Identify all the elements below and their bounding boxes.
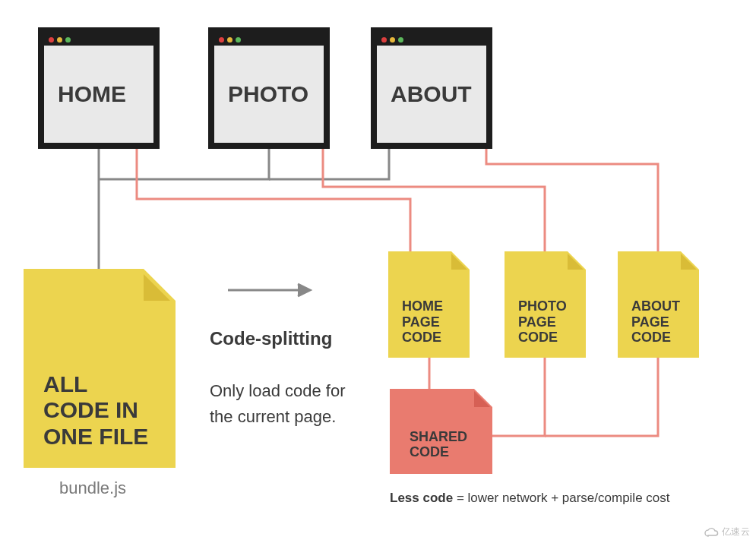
bundle-file-label: ALL CODE IN ONE FILE bbox=[43, 371, 148, 450]
window-max-icon bbox=[398, 37, 403, 43]
window-max-icon bbox=[236, 37, 241, 43]
window-close-icon bbox=[49, 37, 54, 43]
photo-page-code-file: PHOTO PAGE CODE bbox=[505, 251, 586, 358]
file-earcut-icon bbox=[681, 251, 699, 270]
file-label: ABOUT PAGE CODE bbox=[631, 298, 680, 346]
watermark-text: 亿速云 bbox=[722, 526, 751, 538]
bundle-filename: bundle.js bbox=[59, 478, 126, 498]
file-earcut-icon bbox=[474, 389, 492, 407]
file-earcut-icon bbox=[144, 269, 176, 301]
heading: Code-splitting bbox=[210, 328, 332, 349]
window-label: HOME bbox=[44, 46, 153, 143]
file-earcut-icon bbox=[451, 251, 470, 270]
window-label: PHOTO bbox=[214, 46, 324, 143]
file-label: PHOTO PAGE CODE bbox=[518, 298, 567, 346]
window-titlebar bbox=[377, 33, 486, 46]
window-titlebar bbox=[214, 33, 324, 46]
file-label: HOME PAGE CODE bbox=[402, 298, 443, 346]
window-close-icon bbox=[381, 37, 387, 43]
shared-code-file: SHARED CODE bbox=[390, 389, 492, 474]
window-label: ABOUT bbox=[377, 46, 486, 143]
window-min-icon bbox=[57, 37, 62, 43]
file-earcut-icon bbox=[568, 251, 586, 270]
bundle-file: ALL CODE IN ONE FILE bbox=[24, 269, 176, 468]
description: Only load code for the current page. bbox=[210, 378, 369, 430]
window-close-icon bbox=[219, 37, 224, 43]
window-min-icon bbox=[390, 37, 395, 43]
window-titlebar bbox=[44, 33, 153, 46]
window-max-icon bbox=[65, 37, 71, 43]
browser-window-home: HOME bbox=[38, 27, 160, 149]
browser-window-about: ABOUT bbox=[371, 27, 492, 149]
diagram-canvas: HOME PHOTO ABOUT ALL CODE IN ONE FILE bu… bbox=[0, 0, 756, 543]
home-page-code-file: HOME PAGE CODE bbox=[388, 251, 470, 358]
window-min-icon bbox=[227, 37, 232, 43]
about-page-code-file: ABOUT PAGE CODE bbox=[618, 251, 699, 358]
footnote-rest: = lower network + parse/compile cost bbox=[453, 491, 669, 505]
browser-window-photo: PHOTO bbox=[208, 27, 330, 149]
watermark: 亿速云 bbox=[704, 526, 751, 538]
footnote: Less code = lower network + parse/compil… bbox=[390, 491, 670, 506]
cloud-icon bbox=[704, 527, 719, 538]
footnote-bold: Less code bbox=[390, 491, 453, 505]
file-label: SHARED CODE bbox=[410, 429, 467, 460]
